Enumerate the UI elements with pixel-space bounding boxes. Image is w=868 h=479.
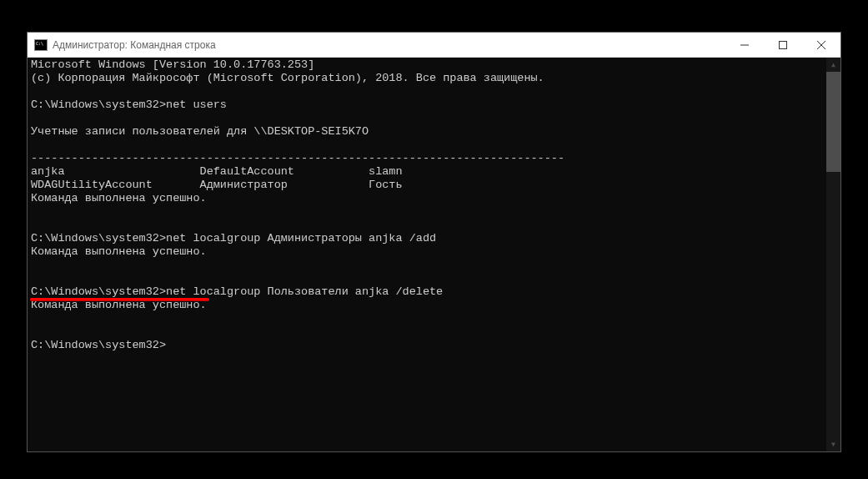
terminal-line: Команда выполнена успешно. [31,192,207,204]
terminal-line: Microsoft Windows [Version 10.0.17763.25… [31,58,314,71]
window-title: Администратор: Командная строка [53,39,725,51]
titlebar: Администратор: Командная строка [28,33,840,58]
scrollbar[interactable]: ▲ ▼ [826,58,840,451]
terminal-prompt: C:\Windows\system32> [31,339,166,351]
terminal-line: anjka DefaultAccount slamn [31,165,403,178]
terminal-prompt: C:\Windows\system32> [31,285,166,298]
terminal-line: Команда выполнена успешно. [31,299,207,311]
window-controls [725,33,840,57]
terminal-command: net localgroup Администраторы anjka /add [166,232,436,245]
terminal-prompt: C:\Windows\system32> [31,232,166,245]
terminal-command: net localgroup Пользователи anjka /delet… [166,285,443,298]
cmd-window: Администратор: Командная строка Microsof… [27,32,841,452]
maximize-button[interactable] [764,33,802,57]
scrollbar-thumb[interactable] [826,72,840,172]
close-button[interactable] [802,33,840,57]
svg-rect-1 [780,41,787,48]
scrollbar-up-button[interactable]: ▲ [826,58,840,72]
terminal-line: Учетные записи пользователей для \\DESKT… [31,125,369,138]
scrollbar-track[interactable] [826,72,840,437]
terminal-command: net users [166,98,227,111]
terminal-line: ----------------------------------------… [31,152,564,164]
terminal-body[interactable]: Microsoft Windows [Version 10.0.17763.25… [28,58,840,451]
terminal-content[interactable]: Microsoft Windows [Version 10.0.17763.25… [28,58,826,451]
terminal-prompt: C:\Windows\system32> [31,98,166,111]
scrollbar-down-button[interactable]: ▼ [826,437,840,451]
cmd-icon [34,39,48,51]
minimize-button[interactable] [725,33,764,57]
terminal-line: Команда выполнена успешно. [31,245,207,258]
terminal-line: (c) Корпорация Майкрософт (Microsoft Cor… [31,72,544,84]
terminal-line: WDAGUtilityAccount Администратор Гость [31,179,403,191]
